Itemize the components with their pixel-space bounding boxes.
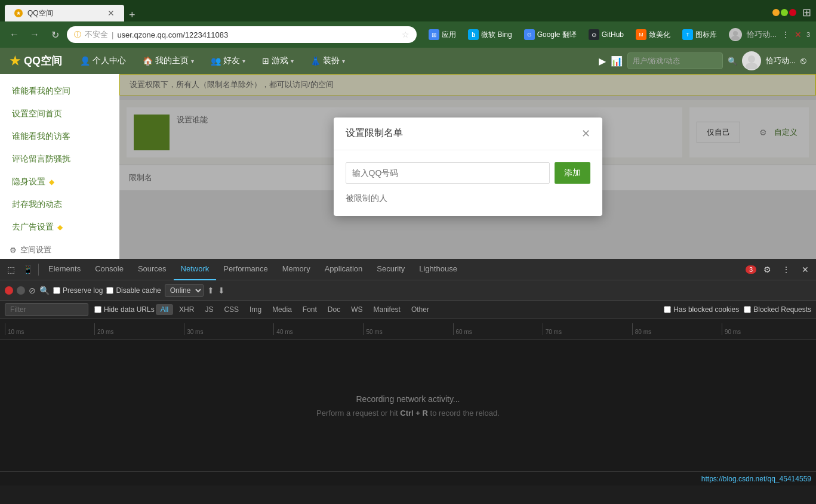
type-ws-button[interactable]: WS (346, 304, 367, 315)
devtools-inspect-icon[interactable]: ⬚ (2, 261, 19, 278)
preserve-log-checkbox-label[interactable]: Preserve log (53, 286, 103, 295)
tab-lighthouse[interactable]: Lighthouse (412, 259, 464, 280)
type-all-button[interactable]: All (156, 304, 173, 315)
filter-icon[interactable]: ⊘ (29, 286, 36, 295)
status-link[interactable]: https://blog.csdn.net/qq_45414559 (701, 475, 811, 483)
upload-icon[interactable]: ⬆ (207, 286, 214, 295)
meili-icon: M (636, 29, 646, 40)
github-button[interactable]: ⊙ GitHub (585, 26, 627, 43)
devtools-close-icon[interactable]: ✕ (795, 30, 802, 39)
qq-username-display[interactable]: 恰巧动... (766, 55, 796, 66)
hide-data-urls-checkbox[interactable] (94, 306, 101, 313)
devtools-more-icon[interactable]: ⋮ (778, 261, 795, 278)
record-button[interactable] (5, 286, 13, 295)
qq-search-icon[interactable]: 🔍 (728, 57, 737, 66)
google-translate-button[interactable]: G Google 翻译 (521, 26, 580, 43)
devtools-panel: ⬚ 📱 Elements Console Sources Network Per… (0, 259, 816, 486)
disable-cache-checkbox[interactable] (106, 287, 113, 294)
devtools-device-icon[interactable]: 📱 (19, 261, 36, 278)
qq-star-icon: ★ (10, 54, 20, 68)
tick-70ms: 70 ms (543, 323, 632, 335)
qq-number-input[interactable] (346, 162, 550, 184)
sidebar-section-space-settings[interactable]: ⚙ 空间设置 (0, 239, 119, 259)
google-icon: G (524, 29, 535, 40)
logout-icon[interactable]: ⎋ (800, 55, 806, 66)
meili-button[interactable]: M 致美化 (632, 26, 674, 43)
apps-button[interactable]: ⊞ 应用 (425, 26, 460, 43)
download-icon[interactable]: ⬇ (218, 286, 225, 295)
bar-chart-icon[interactable]: 📊 (611, 55, 623, 67)
play-icon[interactable]: ▶ (599, 55, 606, 67)
tab-memory[interactable]: Memory (275, 259, 318, 280)
sidebar-item-comment-protect[interactable]: 评论留言防骚扰 (0, 148, 119, 171)
has-blocked-cookies-label[interactable]: Has blocked cookies (664, 305, 739, 314)
window-close-button[interactable] (789, 9, 796, 16)
sidebar-item-invisible[interactable]: 隐身设置 ◆ (0, 171, 119, 193)
stop-button[interactable] (17, 286, 25, 295)
nav-personal-center[interactable]: 👤 个人中心 (72, 48, 134, 74)
bing-button[interactable]: b 微软 Bing (464, 26, 515, 43)
back-button[interactable]: ← (6, 26, 23, 43)
type-js-button[interactable]: JS (200, 304, 218, 315)
sidebar-item-set-homepage[interactable]: 设置空间首页 (0, 103, 119, 125)
devtools-settings-icon[interactable]: ⚙ (759, 261, 775, 278)
type-css-button[interactable]: CSS (219, 304, 244, 315)
tab-performance[interactable]: Performance (216, 259, 275, 280)
tab-console[interactable]: Console (88, 259, 131, 280)
sidebar-item-archive-dynamic[interactable]: 封存我的动态 (0, 193, 119, 216)
blocked-requests-label[interactable]: Blocked Requests (744, 305, 811, 314)
window-maximize-button[interactable] (781, 9, 788, 16)
tab-security[interactable]: Security (369, 259, 412, 280)
bookmark-star-icon[interactable]: ☆ (402, 30, 409, 39)
profile-avatar[interactable] (729, 28, 742, 41)
type-media-button[interactable]: Media (267, 304, 297, 315)
nav-games[interactable]: ⊞ 游戏 ▾ (254, 48, 302, 74)
browser-tab[interactable]: ★ QQ空间 ✕ (5, 5, 124, 21)
sidebar-item-who-see-space[interactable]: 谁能看我的空间 (0, 80, 119, 103)
tab-elements[interactable]: Elements (41, 259, 88, 280)
type-all-label: All (161, 305, 168, 314)
tab-application[interactable]: Application (318, 259, 370, 280)
search-network-icon[interactable]: 🔍 (39, 286, 50, 295)
sidebar-item-who-see-visitor[interactable]: 谁能看我的访客 (0, 125, 119, 148)
type-xhr-label: XHR (179, 305, 194, 314)
chrome-menu-icon[interactable]: ⋮ (781, 30, 790, 39)
nav-friends[interactable]: 👥 好友 ▾ (202, 48, 254, 74)
blocked-requests-checkbox[interactable] (744, 306, 751, 313)
reload-button[interactable]: ↻ (47, 26, 63, 43)
tuku-button[interactable]: T 图标库 (679, 26, 720, 43)
window-minimize-button[interactable] (772, 9, 780, 16)
qq-user-avatar[interactable] (742, 51, 761, 70)
type-manifest-button[interactable]: Manifest (369, 304, 405, 315)
tab-close-icon[interactable]: ✕ (107, 8, 115, 18)
error-count-text: 3 (749, 266, 753, 273)
network-filter-input[interactable] (5, 303, 88, 316)
nav-my-home[interactable]: 🏠 我的主页 ▾ (134, 48, 202, 74)
nav-dress[interactable]: 👗 装扮 ▾ (302, 48, 353, 74)
disable-cache-text: Disable cache (116, 286, 161, 295)
modal-overlay[interactable]: 设置限制名单 ✕ 添加 被限制的人 (119, 74, 816, 259)
type-other-button[interactable]: Other (407, 304, 434, 315)
tab-sources[interactable]: Sources (131, 259, 174, 280)
address-field[interactable]: ⓘ 不安全 | user.qzone.qq.com/1223411083 ☆ (67, 26, 417, 43)
devtools-close-devtools-icon[interactable]: ✕ (797, 261, 814, 278)
has-blocked-cookies-checkbox[interactable] (664, 306, 671, 313)
extensions-icon[interactable]: ⊞ (802, 6, 811, 19)
tab-network[interactable]: Network (174, 259, 217, 280)
disable-cache-checkbox-label[interactable]: Disable cache (106, 286, 161, 295)
type-font-button[interactable]: Font (298, 304, 322, 315)
github-label: GitHub (602, 30, 624, 39)
preserve-log-checkbox[interactable] (53, 287, 60, 294)
type-doc-button[interactable]: Doc (323, 304, 345, 315)
type-xhr-button[interactable]: XHR (174, 304, 199, 315)
add-button[interactable]: 添加 (555, 162, 590, 184)
sidebar-item-ad-settings[interactable]: 去广告设置 ◆ (0, 216, 119, 239)
network-throttle-select[interactable]: Online (165, 284, 204, 297)
tick-label: 60 ms (456, 329, 472, 335)
hide-data-urls-label[interactable]: Hide data URLs (94, 305, 155, 314)
modal-close-button[interactable]: ✕ (581, 127, 590, 140)
new-tab-button[interactable]: + (124, 9, 140, 21)
browser-chrome: ★ QQ空间 ✕ + ⊞ ← → ↻ ⓘ 不安全 | user.qzone.qq… (0, 0, 816, 48)
forward-button[interactable]: → (26, 26, 43, 43)
type-img-button[interactable]: Img (245, 304, 266, 315)
